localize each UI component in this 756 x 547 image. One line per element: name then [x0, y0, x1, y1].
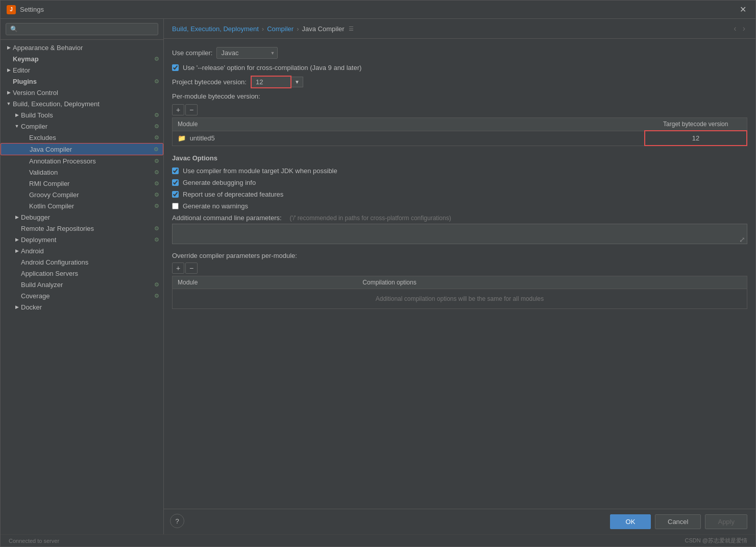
cross-compile-row: Use '--release' option for cross-compila… [172, 64, 747, 72]
ok-button[interactable]: OK [610, 514, 651, 529]
search-input[interactable] [6, 23, 158, 35]
sidebar-item-excludes[interactable]: Excludes ⚙ [1, 132, 163, 143]
expand-arrow-docker: ▶ [13, 303, 21, 311]
sidebar-item-debugger[interactable]: ▶ Debugger [1, 211, 163, 223]
expand-arrow-deployment: ▶ [13, 235, 21, 244]
sidebar-item-docker[interactable]: ▶ Docker [1, 301, 163, 313]
sidebar-item-kotlin[interactable]: Kotlin Compiler ⚙ [1, 200, 163, 211]
module-icon: 📁 [178, 134, 186, 142]
sidebar-item-validation[interactable]: Validation ⚙ [1, 167, 163, 178]
javac-options-header: Javac Options [172, 154, 747, 162]
bytecode-version-input[interactable] [251, 76, 291, 88]
right-panel: Build, Execution, Deployment › Compiler … [164, 19, 755, 534]
expand-arrow-kotlin [21, 202, 29, 210]
gear-icon-plugins: ⚙ [153, 78, 160, 85]
sidebar-item-build-exec[interactable]: ▼ Build, Execution, Deployment [1, 98, 163, 109]
close-button[interactable]: ✕ [737, 4, 749, 15]
sidebar-item-version-control[interactable]: ▶ Version Control [1, 87, 163, 98]
breadcrumb-build[interactable]: Build, Execution, Deployment [172, 25, 259, 33]
target-col-header: Target bytecode version [645, 118, 747, 131]
sidebar-item-label: Build Tools [21, 111, 53, 119]
sidebar-item-java-compiler[interactable]: Java Compiler ⚙ [1, 143, 163, 155]
breadcrumb-compiler[interactable]: Compiler [267, 25, 294, 33]
breadcrumb-bar: Build, Execution, Deployment › Compiler … [164, 19, 755, 39]
sidebar-item-label: Remote Jar Repositories [21, 225, 94, 232]
nav-forward[interactable]: › [741, 24, 747, 33]
javac-label-3: Generate no warnings [183, 202, 248, 210]
csdn-watermark: CSDN @苏志爱就是爱情 [685, 537, 747, 544]
sidebar-item-compiler[interactable]: ▼ Compiler ⚙ [1, 121, 163, 132]
javac-checkbox-0[interactable] [172, 168, 179, 174]
javac-checkbox-3[interactable] [172, 203, 179, 209]
expand-arrow-editor: ▶ [5, 66, 13, 74]
cancel-button[interactable]: Cancel [655, 514, 701, 529]
sidebar-item-label: Validation [29, 169, 58, 176]
sidebar-item-editor[interactable]: ▶ Editor [1, 64, 163, 76]
sidebar-tree: ▶ Appearance & Behavior Keymap ⚙ ▶ Edito… [1, 40, 163, 534]
javac-opt-3: Generate no warnings [172, 202, 747, 210]
javac-label-1: Generate debugging info [183, 179, 256, 186]
gear-icon-annotation: ⚙ [153, 157, 160, 164]
per-module-label: Per-module bytecode version: [172, 92, 747, 100]
bytecode-dropdown-arrow[interactable]: ▼ [291, 77, 303, 87]
nav-back[interactable]: ‹ [731, 24, 738, 33]
remove-override-button[interactable]: − [185, 263, 198, 274]
sidebar-item-annotation[interactable]: Annotation Processors ⚙ [1, 155, 163, 167]
expand-textarea-icon[interactable]: ⤢ [739, 235, 745, 244]
content-area: Use compiler: Javac Eclipse Ajc Use '--r… [164, 39, 755, 509]
sidebar-item-build-analyzer[interactable]: Build Analyzer ⚙ [1, 279, 163, 290]
sidebar-item-label: Build, Execution, Deployment [13, 100, 100, 108]
nav-arrows: ‹ › [731, 24, 747, 33]
additional-params-input[interactable] [172, 224, 747, 244]
remove-module-button[interactable]: − [185, 104, 198, 115]
apply-button[interactable]: Apply [705, 514, 747, 529]
cross-compile-checkbox[interactable] [172, 64, 179, 71]
sidebar-item-label: Groovy Compiler [29, 191, 79, 199]
sidebar-item-build-tools[interactable]: ▶ Build Tools ⚙ [1, 109, 163, 121]
breadcrumb-menu-icon[interactable]: ☰ [349, 26, 354, 32]
sidebar-item-remote-jar[interactable]: Remote Jar Repositories ⚙ [1, 223, 163, 234]
bytecode-version-label: Project bytecode version: [172, 78, 247, 86]
expand-arrow-rmi [21, 179, 29, 187]
sidebar-item-keymap[interactable]: Keymap ⚙ [1, 53, 163, 64]
override-label: Override compiler parameters per-module: [172, 252, 747, 259]
sidebar-item-label: Build Analyzer [21, 281, 63, 289]
sidebar-item-appearance[interactable]: ▶ Appearance & Behavior [1, 42, 163, 53]
override-empty-row: Additional compilation options will be t… [173, 289, 747, 309]
use-compiler-label: Use compiler: [172, 49, 212, 57]
compiler-select[interactable]: Javac Eclipse Ajc [216, 47, 278, 59]
sidebar-item-label: Excludes [29, 134, 56, 141]
window-title: Settings [20, 6, 737, 13]
gear-icon-remotejar: ⚙ [153, 225, 160, 232]
javac-opt-2: Report use of deprecated features [172, 191, 747, 198]
javac-checkbox-1[interactable] [172, 179, 179, 186]
sidebar-item-label: Debugger [21, 213, 50, 221]
gear-icon-buildtools: ⚙ [153, 111, 160, 118]
javac-checkbox-2[interactable] [172, 191, 179, 198]
sidebar-item-android[interactable]: ▶ Android [1, 245, 163, 256]
sidebar-item-app-servers[interactable]: Application Servers [1, 268, 163, 279]
sidebar-item-label: Kotlin Compiler [29, 202, 74, 210]
table-row: 📁 untitled5 12 [173, 131, 747, 146]
help-button[interactable]: ? [170, 514, 184, 528]
expand-arrow-excludes [21, 133, 29, 141]
expand-arrow-annotation [21, 157, 29, 165]
sidebar-item-plugins[interactable]: Plugins ⚙ [1, 76, 163, 87]
sidebar-item-rmi[interactable]: RMI Compiler ⚙ [1, 178, 163, 189]
override-module-header: Module [173, 276, 358, 289]
sidebar-item-deployment[interactable]: ▶ Deployment ⚙ [1, 234, 163, 245]
sidebar-item-label: Coverage [21, 292, 50, 300]
sidebar-item-android-config[interactable]: Android Configurations [1, 256, 163, 268]
gear-icon: ⚙ [153, 55, 160, 62]
per-module-table-area: + − Module Target bytecode version [172, 104, 747, 146]
sidebar-item-coverage[interactable]: Coverage ⚙ [1, 290, 163, 301]
additional-params-input-wrapper: ⤢ [172, 224, 747, 246]
expand-arrow-javacompiler [21, 145, 30, 153]
add-module-button[interactable]: + [172, 104, 184, 115]
sidebar-item-label: Keymap [13, 55, 39, 63]
add-override-button[interactable]: + [172, 263, 184, 274]
title-bar: J Settings ✕ [1, 1, 755, 19]
additional-params-label: Additional command line parameters: [172, 214, 282, 222]
expand-arrow-build: ▼ [5, 100, 13, 108]
sidebar-item-groovy[interactable]: Groovy Compiler ⚙ [1, 189, 163, 200]
